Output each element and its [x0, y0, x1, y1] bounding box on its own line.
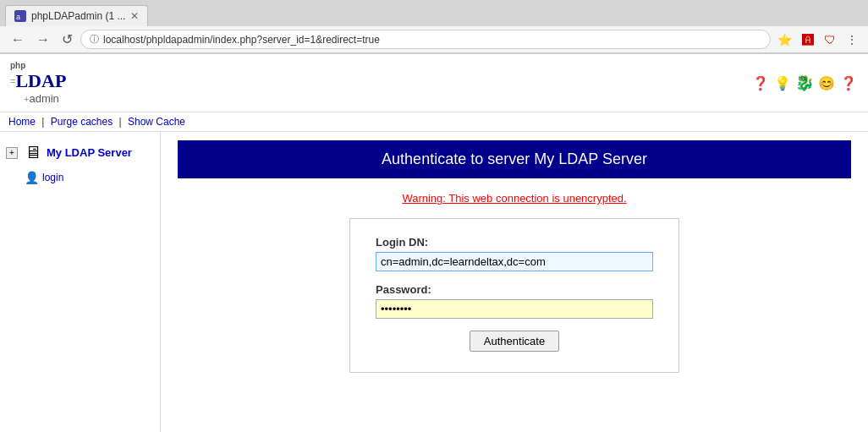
- sidebar: + 🖥 My LDAP Server 👤 login: [0, 132, 161, 432]
- login-link[interactable]: login: [42, 172, 63, 183]
- reload-button[interactable]: ↺: [58, 30, 77, 49]
- login-dn-label: Login DN:: [376, 236, 653, 249]
- expand-button[interactable]: +: [6, 147, 18, 159]
- server-icon: 🖥: [25, 143, 41, 162]
- back-button[interactable]: ←: [7, 30, 29, 49]
- lock-icon: ⓘ: [90, 33, 99, 46]
- info-icon[interactable]: ❓: [839, 74, 858, 92]
- sidebar-server: 🖥 My LDAP Server: [21, 139, 135, 166]
- app-logo: php = LDAP + admin: [10, 61, 68, 105]
- password-input[interactable]: [376, 299, 653, 319]
- authenticate-button[interactable]: Authenticate: [470, 331, 559, 352]
- login-dn-group: Login DN:: [376, 236, 653, 271]
- header-icons: ❓ 💡 🐉 😊 ❓: [751, 74, 858, 92]
- svg-text:a: a: [16, 13, 20, 21]
- password-group: Password:: [376, 283, 653, 319]
- nav-separator2: |: [119, 116, 124, 128]
- help-icon[interactable]: ❓: [751, 74, 770, 92]
- logo-php-text: php: [10, 61, 66, 70]
- nav-separator1: |: [41, 116, 47, 128]
- nav-links: Home | Purge caches | Show Cache: [0, 112, 868, 132]
- auth-form-container: Login DN: Password: Authenticate: [349, 218, 679, 373]
- url-text: localhost/phpldapadmin/index.php?server_…: [103, 34, 761, 46]
- login-person-icon: 👤: [25, 171, 39, 184]
- browser-nav-right: ⭐ 🅰 🛡 ⋮: [774, 31, 861, 48]
- menu-button[interactable]: ⋮: [843, 31, 861, 48]
- app-header: php = LDAP + admin ❓ 💡 🐉 😊 ❓: [0, 54, 868, 112]
- show-cache-link[interactable]: Show Cache: [128, 116, 185, 128]
- logo-ldap-text: LDAP: [15, 70, 66, 92]
- tab-favicon: a: [14, 10, 26, 22]
- warning-text: Warning: This web connection is unencryp…: [178, 192, 851, 205]
- browser-tab[interactable]: a phpLDAPadmin (1 ... ✕: [5, 5, 148, 26]
- address-bar[interactable]: ⓘ localhost/phpldapadmin/index.php?serve…: [80, 30, 771, 49]
- login-dn-input[interactable]: [376, 252, 653, 271]
- purge-link[interactable]: Purge caches: [51, 116, 113, 128]
- forward-button[interactable]: →: [32, 30, 54, 49]
- smiley-icon[interactable]: 😊: [817, 74, 836, 92]
- lightbulb-icon[interactable]: 💡: [773, 74, 792, 92]
- auth-btn-row: Authenticate: [376, 331, 653, 352]
- password-label: Password:: [376, 283, 653, 296]
- bookmark-icon[interactable]: ⭐: [774, 31, 795, 48]
- sidebar-login-item[interactable]: 👤 login: [4, 169, 156, 186]
- auth-header-banner: Authenticate to server My LDAP Server: [178, 140, 851, 178]
- server-name[interactable]: My LDAP Server: [47, 146, 132, 159]
- main-content: Authenticate to server My LDAP Server Wa…: [161, 132, 868, 432]
- bug-icon[interactable]: 🐉: [795, 74, 814, 92]
- extension-icon1[interactable]: 🅰: [799, 31, 817, 48]
- page: php = LDAP + admin ❓ 💡 🐉 😊 ❓ Home |: [0, 54, 868, 432]
- home-link[interactable]: Home: [8, 116, 36, 128]
- browser-chrome: a phpLDAPadmin (1 ... ✕ ← → ↺ ⓘ localhos…: [0, 0, 868, 54]
- browser-nav-bar: ← → ↺ ⓘ localhost/phpldapadmin/index.php…: [0, 26, 868, 53]
- tab-bar: a phpLDAPadmin (1 ... ✕: [0, 0, 868, 26]
- tab-close-button[interactable]: ✕: [130, 10, 139, 22]
- main-layout: + 🖥 My LDAP Server 👤 login Authenticate …: [0, 132, 868, 432]
- tab-title: phpLDAPadmin (1 ...: [31, 10, 125, 22]
- extension-icon2[interactable]: 🛡: [821, 31, 839, 48]
- logo-admin-text: admin: [29, 92, 58, 105]
